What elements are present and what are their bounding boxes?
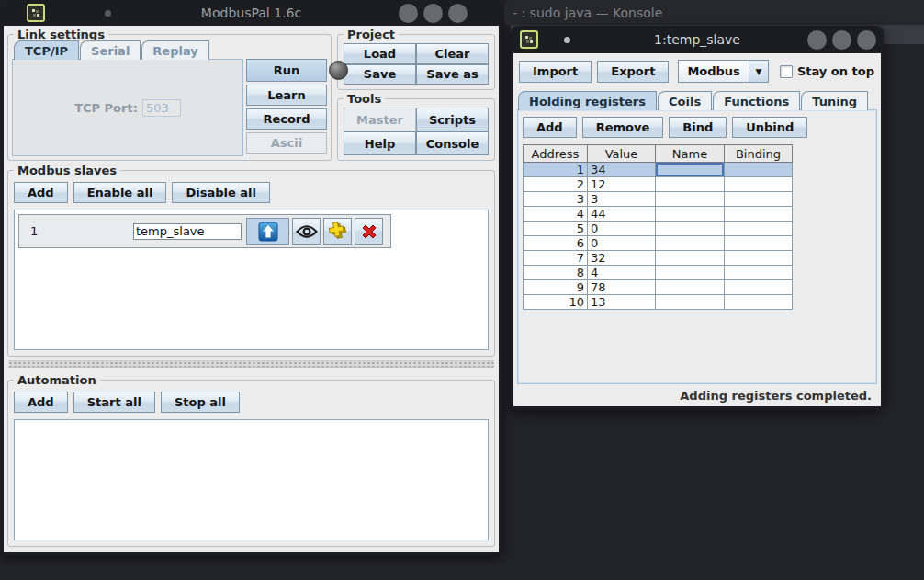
register-row[interactable]: 33 <box>524 192 793 207</box>
scripts-button[interactable]: Scripts <box>416 108 489 131</box>
register-cell-address[interactable]: 6 <box>524 236 588 251</box>
stop-all-button[interactable]: Stop all <box>161 392 240 413</box>
register-row[interactable]: 134 <box>524 163 793 177</box>
register-cell-name[interactable] <box>656 222 725 236</box>
register-cell-value[interactable]: 4 <box>588 266 656 280</box>
register-cell-binding[interactable] <box>725 163 793 177</box>
register-cell-address[interactable]: 2 <box>524 177 588 192</box>
register-cell-name[interactable] <box>656 163 725 177</box>
register-cell-binding[interactable] <box>725 295 793 310</box>
dialog-titlebar[interactable]: 1:temp_slave <box>511 26 884 53</box>
slave-add-button[interactable]: Add <box>14 182 68 203</box>
register-bind-button[interactable]: Bind <box>669 117 727 138</box>
register-cell-name[interactable] <box>656 280 725 295</box>
register-cell-value[interactable]: 3 <box>588 192 656 207</box>
register-row[interactable]: 732 <box>524 251 793 266</box>
close-button[interactable] <box>448 4 468 23</box>
tab-tcpip[interactable]: TCP/IP <box>14 40 79 60</box>
register-cell-value[interactable]: 0 <box>588 236 656 251</box>
register-cell-value[interactable]: 32 <box>588 251 656 266</box>
stay-on-top-control[interactable]: Stay on top <box>780 64 874 78</box>
register-cell-binding[interactable] <box>725 207 793 222</box>
register-cell-value[interactable]: 44 <box>588 207 656 222</box>
register-remove-button[interactable]: Remove <box>582 117 664 138</box>
register-cell-binding[interactable] <box>725 266 793 280</box>
record-button[interactable]: Record <box>246 108 327 130</box>
register-cell-name[interactable] <box>656 236 725 251</box>
register-cell-value[interactable]: 78 <box>588 280 656 295</box>
save-as-button[interactable]: Save as <box>416 64 489 85</box>
modbuspal-titlebar[interactable]: ModbusPal 1.6c <box>0 0 502 26</box>
register-cell-value[interactable]: 0 <box>588 222 656 236</box>
tab-replay[interactable]: Replay <box>141 40 208 60</box>
register-row[interactable]: 1013 <box>524 295 793 310</box>
column-header-value[interactable]: Value <box>588 145 656 163</box>
enable-all-button[interactable]: Enable all <box>73 182 167 203</box>
register-cell-binding[interactable] <box>725 192 793 207</box>
help-button[interactable]: Help <box>344 131 416 155</box>
maximize-button[interactable] <box>423 4 443 23</box>
register-cell-name[interactable] <box>656 295 725 310</box>
console-button[interactable]: Console <box>416 131 489 155</box>
slave-enable-toggle-button[interactable] <box>246 218 289 245</box>
chevron-down-icon[interactable]: ▼ <box>749 61 768 82</box>
disable-all-button[interactable]: Disable all <box>172 182 270 203</box>
register-cell-name[interactable] <box>656 207 725 222</box>
register-row[interactable]: 50 <box>524 222 793 236</box>
export-button[interactable]: Export <box>597 61 669 83</box>
register-row[interactable]: 212 <box>524 177 793 192</box>
save-button[interactable]: Save <box>344 64 416 85</box>
column-header-name[interactable]: Name <box>656 145 725 163</box>
protocol-combobox[interactable]: Modbus ▼ <box>678 60 768 83</box>
register-cell-name[interactable] <box>656 177 725 192</box>
tab-serial[interactable]: Serial <box>80 40 141 60</box>
register-cell-binding[interactable] <box>725 177 793 192</box>
register-cell-value[interactable]: 12 <box>588 177 656 192</box>
slave-delete-button[interactable] <box>355 218 383 245</box>
register-row[interactable]: 84 <box>524 266 793 280</box>
run-button[interactable]: Run <box>246 59 327 82</box>
register-add-button[interactable]: Add <box>523 117 577 138</box>
tcp-port-input[interactable] <box>142 99 181 117</box>
register-cell-name[interactable] <box>656 251 725 266</box>
register-cell-address[interactable]: 7 <box>524 251 588 266</box>
register-cell-name[interactable] <box>656 266 725 280</box>
slave-item[interactable]: 1 <box>18 214 391 248</box>
slave-duplicate-button[interactable] <box>323 218 352 245</box>
register-cell-binding[interactable] <box>725 251 793 266</box>
slave-view-button[interactable] <box>292 218 321 245</box>
splitter-handle[interactable] <box>8 360 494 368</box>
konsole-titlebar[interactable]: - : sudo java — Konsole <box>504 0 924 25</box>
register-cell-name[interactable] <box>656 192 725 207</box>
tab-functions[interactable]: Functions <box>713 91 800 110</box>
register-cell-address[interactable]: 3 <box>524 192 588 207</box>
start-all-button[interactable]: Start all <box>73 392 155 413</box>
register-cell-binding[interactable] <box>725 280 793 295</box>
stay-on-top-checkbox[interactable] <box>780 65 793 78</box>
register-cell-address[interactable]: 10 <box>524 295 588 310</box>
register-row[interactable]: 60 <box>524 236 793 251</box>
import-button[interactable]: Import <box>519 61 592 83</box>
automation-add-button[interactable]: Add <box>14 392 68 413</box>
register-cell-address[interactable]: 8 <box>524 266 588 280</box>
register-unbind-button[interactable]: Unbind <box>732 117 807 138</box>
register-cell-binding[interactable] <box>725 236 793 251</box>
register-row[interactable]: 978 <box>524 280 793 295</box>
register-cell-address[interactable]: 4 <box>524 207 588 222</box>
column-header-address[interactable]: Address <box>524 145 588 163</box>
register-row[interactable]: 444 <box>524 207 793 222</box>
tab-coils[interactable]: Coils <box>658 91 712 110</box>
slave-name-input[interactable] <box>133 223 242 240</box>
minimize-button[interactable] <box>399 4 418 23</box>
dialog-close-button[interactable] <box>857 30 876 50</box>
register-cell-binding[interactable] <box>725 222 793 236</box>
column-header-binding[interactable]: Binding <box>725 145 793 163</box>
tab-holding-registers[interactable]: Holding registers <box>518 91 657 110</box>
dialog-minimize-button[interactable] <box>807 30 827 50</box>
register-cell-address[interactable]: 1 <box>524 163 588 177</box>
learn-button[interactable]: Learn <box>246 85 327 106</box>
register-cell-address[interactable]: 9 <box>524 280 588 295</box>
load-button[interactable]: Load <box>344 43 416 64</box>
register-cell-address[interactable]: 5 <box>524 222 588 236</box>
register-cell-value[interactable]: 34 <box>588 163 656 177</box>
